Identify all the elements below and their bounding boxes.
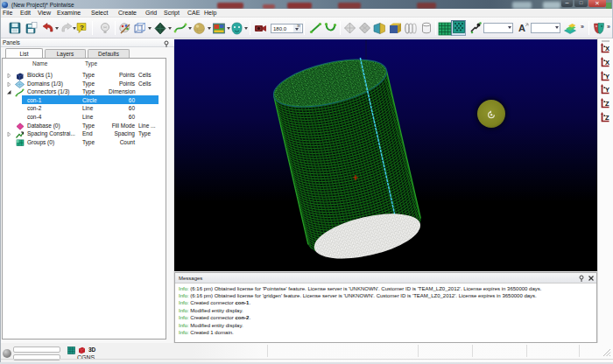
svg-text:Z: Z xyxy=(605,114,609,122)
svg-text:X: X xyxy=(605,45,609,52)
svg-text:Y: Y xyxy=(605,86,609,94)
svg-text:Y: Y xyxy=(605,72,609,80)
svg-text:?: ? xyxy=(80,24,84,32)
svg-text:A: A xyxy=(518,23,525,33)
svg-text:Z: Z xyxy=(605,100,609,108)
svg-text:X: X xyxy=(605,58,609,66)
